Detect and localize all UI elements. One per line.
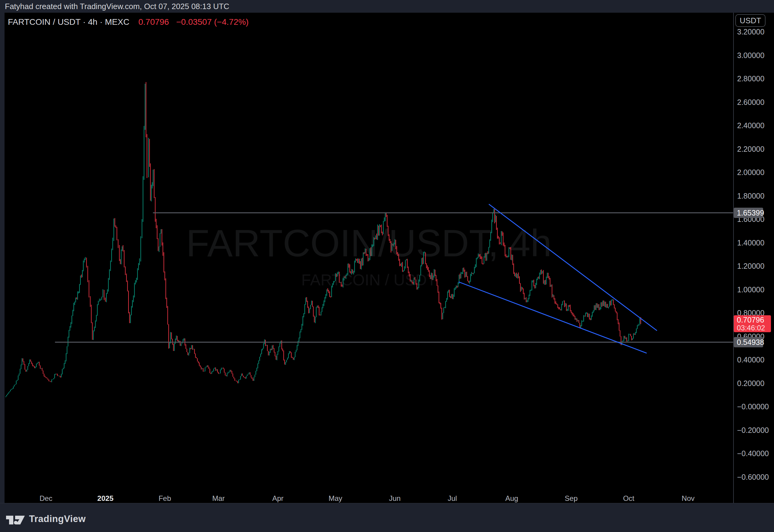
footer-bar: TradingView: [0, 503, 774, 532]
x-axis-tick-oct: Oct: [623, 494, 634, 503]
tradingview-logo-text: TradingView: [29, 514, 86, 524]
symbol-legend[interactable]: FARTCOIN / USDT · 4h · MEXC 0.70796 −0.0…: [8, 17, 249, 27]
price-label-support: 0.54938: [734, 337, 763, 347]
currency-toggle-button[interactable]: USDT: [735, 14, 766, 27]
price-label-resistance: 1.65399: [734, 208, 763, 218]
x-axis-tick-mar: Mar: [212, 494, 225, 503]
x-axis-tick-sep: Sep: [565, 494, 578, 503]
y-axis-tick: 2.20000: [737, 144, 764, 153]
legend-symbol-title[interactable]: FARTCOIN / USDT · 4h · MEXC: [8, 17, 129, 27]
legend-last-price: 0.70796: [138, 17, 169, 27]
y-axis-tick: 1.20000: [737, 262, 764, 271]
y-axis-tick: 2.00000: [737, 168, 764, 177]
last-price-value: 0.70796: [737, 316, 764, 324]
x-axis-tick-2025: 2025: [97, 494, 113, 503]
x-axis-tick-dec: Dec: [40, 494, 53, 503]
y-axis-tick: 3.20000: [737, 28, 764, 36]
candles-down: [23, 82, 641, 383]
y-axis-tick: −0.20000: [737, 426, 769, 434]
x-axis-tick-jun: Jun: [389, 494, 401, 503]
y-axis-tick: 0.20000: [737, 379, 764, 388]
y-axis-tick: −0.60000: [737, 472, 769, 481]
x-axis-tick-nov: Nov: [682, 494, 695, 503]
attribution-bar: Fatyhad created with TradingView.com, Oc…: [0, 0, 774, 13]
currency-toggle-label: USDT: [740, 16, 761, 25]
x-axis-tick-apr: Apr: [272, 494, 283, 503]
x-axis-tick-aug: Aug: [505, 494, 518, 503]
y-axis-tick: 0.40000: [737, 355, 764, 364]
y-axis-tick: 1.40000: [737, 238, 764, 247]
tradingview-logo-icon: [6, 514, 25, 524]
price-label-last: 0.7079603:46:02: [734, 315, 771, 332]
y-axis-tick: −0.00000: [737, 402, 769, 411]
price-chart-canvas[interactable]: [0, 13, 774, 503]
y-axis-tick: 2.80000: [737, 74, 764, 83]
attribution-text: Fatyhad created with TradingView.com, Oc…: [5, 0, 229, 13]
y-axis-tick: 1.00000: [737, 285, 764, 294]
x-axis-tick-feb: Feb: [158, 494, 171, 503]
trendline-upper[interactable]: [489, 204, 657, 330]
x-axis-tick-may: May: [329, 494, 342, 503]
y-axis-tick: 2.60000: [737, 98, 764, 106]
y-axis-tick: 3.00000: [737, 51, 764, 60]
y-axis-tick: 1.80000: [737, 191, 764, 200]
y-axis-tick: 2.40000: [737, 121, 764, 130]
x-axis-tick-jul: Jul: [448, 494, 457, 503]
bar-close-countdown: 03:46:02: [737, 324, 765, 332]
y-axis-tick: −0.40000: [737, 449, 769, 458]
legend-change: −0.03507 (−4.72%): [176, 17, 249, 27]
chart-area[interactable]: FARTCOIN/USDT, 4h FARTCOIN / USDT FARTCO…: [0, 13, 774, 503]
tradingview-logo[interactable]: TradingView: [6, 514, 86, 524]
price-scale-divider[interactable]: [733, 13, 734, 503]
candles-up: [6, 84, 640, 397]
tradingview-snapshot: Fatyhad created with TradingView.com, Oc…: [0, 0, 774, 532]
